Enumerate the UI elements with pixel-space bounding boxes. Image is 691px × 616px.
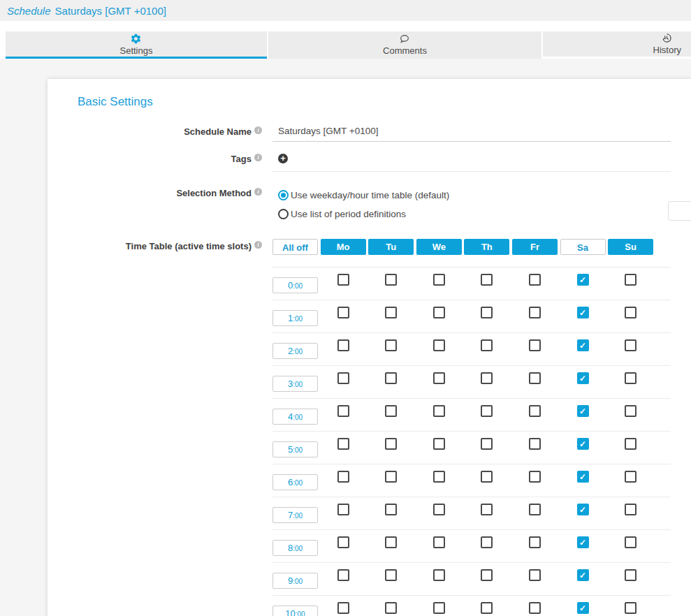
timeslot-checkbox[interactable] bbox=[481, 307, 493, 318]
timeslot-checkbox[interactable] bbox=[625, 274, 637, 286]
timeslot-checkbox[interactable]: ✓ bbox=[577, 274, 589, 286]
time-button[interactable]: 2:00 bbox=[272, 343, 318, 359]
timeslot-checkbox[interactable]: ✓ bbox=[577, 471, 589, 483]
timeslot-checkbox[interactable] bbox=[625, 339, 637, 351]
timeslot-checkbox[interactable]: ✓ bbox=[577, 339, 589, 351]
timeslot-checkbox[interactable] bbox=[481, 602, 493, 614]
timeslot-checkbox[interactable] bbox=[337, 471, 349, 483]
timeslot-checkbox[interactable] bbox=[433, 602, 445, 614]
timeslot-checkbox[interactable] bbox=[481, 438, 493, 450]
timeslot-checkbox[interactable] bbox=[385, 602, 397, 614]
timeslot-checkbox[interactable] bbox=[433, 274, 445, 286]
time-button[interactable]: 7:00 bbox=[272, 507, 318, 523]
info-icon[interactable]: i bbox=[254, 241, 262, 249]
timeslot-checkbox[interactable]: ✓ bbox=[577, 307, 589, 318]
day-toggle-button[interactable]: Fr bbox=[512, 239, 558, 255]
timeslot-checkbox[interactable] bbox=[433, 339, 445, 351]
info-icon[interactable]: i bbox=[254, 154, 262, 161]
timeslot-checkbox[interactable] bbox=[481, 471, 493, 483]
day-toggle-button[interactable]: Mo bbox=[321, 239, 366, 255]
day-toggle-button[interactable]: Sa bbox=[560, 239, 606, 255]
timeslot-checkbox[interactable] bbox=[529, 274, 541, 286]
time-button[interactable]: 0:00 bbox=[272, 277, 318, 293]
timeslot-checkbox[interactable] bbox=[337, 504, 349, 515]
timeslot-checkbox[interactable]: ✓ bbox=[577, 536, 589, 548]
timeslot-checkbox[interactable] bbox=[625, 307, 637, 318]
radio-option-period-list[interactable]: Use list of period definitions bbox=[272, 205, 691, 223]
info-icon[interactable]: i bbox=[254, 126, 262, 134]
timeslot-checkbox[interactable] bbox=[433, 438, 445, 450]
schedule-name-input[interactable] bbox=[272, 124, 671, 142]
add-tag-button[interactable]: + bbox=[278, 154, 288, 163]
timeslot-checkbox[interactable] bbox=[433, 569, 445, 581]
day-toggle-button[interactable]: Su bbox=[608, 239, 653, 255]
timeslot-checkbox[interactable] bbox=[481, 504, 493, 515]
timeslot-checkbox[interactable] bbox=[625, 569, 637, 581]
timeslot-checkbox[interactable] bbox=[433, 536, 445, 548]
timeslot-checkbox[interactable] bbox=[337, 274, 349, 286]
timeslot-checkbox[interactable]: ✓ bbox=[577, 438, 589, 450]
timeslot-checkbox[interactable] bbox=[625, 602, 637, 614]
timeslot-checkbox[interactable] bbox=[529, 504, 541, 515]
timeslot-checkbox[interactable] bbox=[529, 536, 541, 548]
timeslot-checkbox[interactable]: ✓ bbox=[577, 569, 589, 581]
timeslot-checkbox[interactable] bbox=[337, 602, 349, 614]
time-button[interactable]: 9:00 bbox=[272, 573, 318, 589]
time-button[interactable]: 6:00 bbox=[272, 474, 318, 490]
time-button[interactable]: 5:00 bbox=[272, 441, 318, 457]
timeslot-checkbox[interactable] bbox=[433, 405, 445, 417]
time-button[interactable]: 3:00 bbox=[272, 376, 318, 392]
timeslot-checkbox[interactable] bbox=[625, 504, 637, 515]
timeslot-checkbox[interactable] bbox=[385, 372, 397, 384]
tab-settings[interactable]: Settings bbox=[6, 31, 267, 59]
timeslot-checkbox[interactable] bbox=[433, 372, 445, 384]
timeslot-checkbox[interactable] bbox=[481, 339, 493, 351]
timeslot-checkbox[interactable] bbox=[529, 307, 541, 318]
timeslot-checkbox[interactable]: ✓ bbox=[577, 602, 589, 614]
timeslot-checkbox[interactable] bbox=[337, 372, 349, 384]
timeslot-checkbox[interactable]: ✓ bbox=[577, 372, 589, 384]
timeslot-checkbox[interactable] bbox=[385, 339, 397, 351]
timeslot-checkbox[interactable] bbox=[529, 471, 541, 483]
day-toggle-button[interactable]: Tu bbox=[368, 239, 414, 255]
time-button[interactable]: 10:00 bbox=[272, 606, 318, 616]
timeslot-checkbox[interactable] bbox=[337, 307, 349, 318]
tab-comments[interactable]: Comments bbox=[268, 31, 541, 59]
all-off-button[interactable]: All off bbox=[272, 239, 318, 255]
timeslot-checkbox[interactable] bbox=[385, 536, 397, 548]
timeslot-checkbox[interactable] bbox=[529, 602, 541, 614]
timeslot-checkbox[interactable] bbox=[481, 569, 493, 581]
day-toggle-button[interactable]: Th bbox=[464, 239, 509, 255]
timeslot-checkbox[interactable] bbox=[625, 471, 637, 483]
time-button[interactable]: 4:00 bbox=[272, 409, 318, 425]
timeslot-checkbox[interactable] bbox=[385, 438, 397, 450]
timeslot-checkbox[interactable] bbox=[529, 405, 541, 417]
timeslot-checkbox[interactable] bbox=[385, 405, 397, 417]
time-button[interactable]: 1:00 bbox=[272, 310, 318, 326]
info-icon[interactable]: i bbox=[254, 188, 262, 196]
timeslot-checkbox[interactable]: ✓ bbox=[577, 405, 589, 417]
timeslot-checkbox[interactable] bbox=[337, 569, 349, 581]
timeslot-checkbox[interactable] bbox=[625, 372, 637, 384]
timeslot-checkbox[interactable] bbox=[385, 504, 397, 515]
timeslot-checkbox[interactable] bbox=[385, 471, 397, 483]
radio-option-time-table[interactable]: Use weekday/hour time table (default) bbox=[272, 186, 691, 205]
timeslot-checkbox[interactable] bbox=[337, 405, 349, 417]
timeslot-checkbox[interactable] bbox=[529, 438, 541, 450]
tab-history[interactable]: History bbox=[543, 31, 691, 57]
timeslot-checkbox[interactable]: ✓ bbox=[577, 504, 589, 515]
time-button[interactable]: 8:00 bbox=[272, 540, 318, 556]
timeslot-checkbox[interactable] bbox=[337, 438, 349, 450]
timeslot-checkbox[interactable] bbox=[481, 536, 493, 548]
timeslot-checkbox[interactable] bbox=[625, 536, 637, 548]
timeslot-checkbox[interactable] bbox=[481, 405, 493, 417]
timeslot-checkbox[interactable] bbox=[529, 339, 541, 351]
timeslot-checkbox[interactable] bbox=[337, 536, 349, 548]
timeslot-checkbox[interactable] bbox=[433, 471, 445, 483]
timeslot-checkbox[interactable] bbox=[529, 569, 541, 581]
timeslot-checkbox[interactable] bbox=[433, 504, 445, 515]
side-panel-handle[interactable] bbox=[668, 201, 691, 221]
timeslot-checkbox[interactable] bbox=[625, 405, 637, 417]
timeslot-checkbox[interactable] bbox=[625, 438, 637, 450]
timeslot-checkbox[interactable] bbox=[385, 274, 397, 286]
